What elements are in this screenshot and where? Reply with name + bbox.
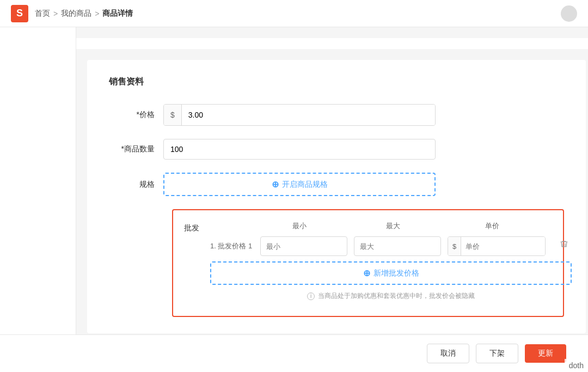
- quantity-input[interactable]: [163, 139, 436, 160]
- spec-input-wrap: ⊕ 开启商品规格: [163, 173, 436, 196]
- wholesale-section: 批发 最小 最大 单价 1. 批发价格 1: [172, 209, 564, 317]
- plus-icon: ⊕: [272, 179, 279, 190]
- add-wholesale-button[interactable]: ⊕ 新增批发价格: [210, 261, 572, 285]
- spec-row: 规格 ⊕ 开启商品规格: [109, 173, 564, 196]
- breadcrumb-sep1: >: [53, 9, 58, 18]
- col-header-min: 最小: [256, 221, 343, 231]
- col-header-price: 单价: [443, 221, 541, 231]
- notice-label: 当商品处于加购优惠和套装优惠中时，批发价会被隐藏: [318, 291, 475, 301]
- price-prefix: $: [164, 105, 182, 125]
- page-layout: 销售资料 *价格 $ *商品数量: [0, 27, 588, 372]
- breadcrumb-my-products[interactable]: 我的商品: [61, 9, 91, 19]
- wholesale-price-prefix-1: $: [448, 237, 461, 255]
- price-input-container: $: [163, 104, 436, 126]
- price-input-wrap: $: [163, 104, 436, 126]
- doth-label: doth: [565, 359, 588, 372]
- breadcrumb-product-detail: 商品详情: [102, 9, 133, 19]
- col-header-max: 最大: [350, 221, 437, 231]
- info-icon: i: [307, 292, 315, 300]
- enable-spec-button[interactable]: ⊕ 开启商品规格: [163, 173, 436, 196]
- add-wholesale-plus-icon: ⊕: [363, 268, 370, 278]
- wholesale-header: 批发 最小 最大 单价 1. 批发价格 1: [184, 221, 552, 301]
- wholesale-notice: i 当商品处于加购优惠和套装优惠中时，批发价会被隐藏: [210, 291, 572, 301]
- enable-spec-label: 开启商品规格: [282, 180, 328, 190]
- wholesale-price-wrap-1: $: [448, 236, 546, 256]
- shopee-logo: S: [11, 5, 28, 22]
- quantity-row: *商品数量: [109, 139, 564, 160]
- wholesale-price-input-1[interactable]: [461, 237, 546, 255]
- wholesale-max-input-1[interactable]: [354, 236, 441, 256]
- price-label: *价格: [109, 110, 163, 120]
- quantity-label: *商品数量: [109, 144, 163, 154]
- update-button[interactable]: 更新: [525, 344, 566, 363]
- wholesale-row-1: 1. 批发价格 1 $: [210, 236, 572, 256]
- top-navigation: S 首页 > 我的商品 > 商品详情: [0, 0, 588, 27]
- sidebar: [0, 27, 76, 372]
- wholesale-delete-button-1[interactable]: [556, 236, 572, 252]
- price-input[interactable]: [182, 105, 435, 125]
- avatar: [561, 5, 577, 22]
- cancel-button[interactable]: 取消: [427, 344, 469, 363]
- price-row: *价格 $: [109, 104, 564, 126]
- breadcrumb-home[interactable]: 首页: [35, 9, 50, 19]
- add-wholesale-label: 新增批发价格: [373, 269, 419, 278]
- wholesale-label: 批发: [184, 223, 199, 233]
- content-card: 销售资料 *价格 $ *商品数量: [87, 60, 586, 333]
- nav-right: [561, 5, 577, 22]
- wholesale-row-label-1: 1. 批发价格 1: [210, 241, 254, 251]
- breadcrumb: 首页 > 我的商品 > 商品详情: [35, 9, 133, 19]
- quantity-input-wrap: [163, 139, 436, 160]
- offline-button[interactable]: 下架: [476, 344, 518, 363]
- breadcrumb-sep2: >: [95, 9, 99, 18]
- spec-label: 规格: [109, 180, 163, 190]
- wholesale-min-input-1[interactable]: [260, 236, 347, 256]
- wholesale-inputs-1: $: [260, 236, 572, 256]
- section-title: 销售资料: [109, 76, 564, 88]
- footer-bar: 取消 下架 更新: [0, 334, 588, 372]
- main-content: 销售资料 *价格 $ *商品数量: [76, 27, 588, 372]
